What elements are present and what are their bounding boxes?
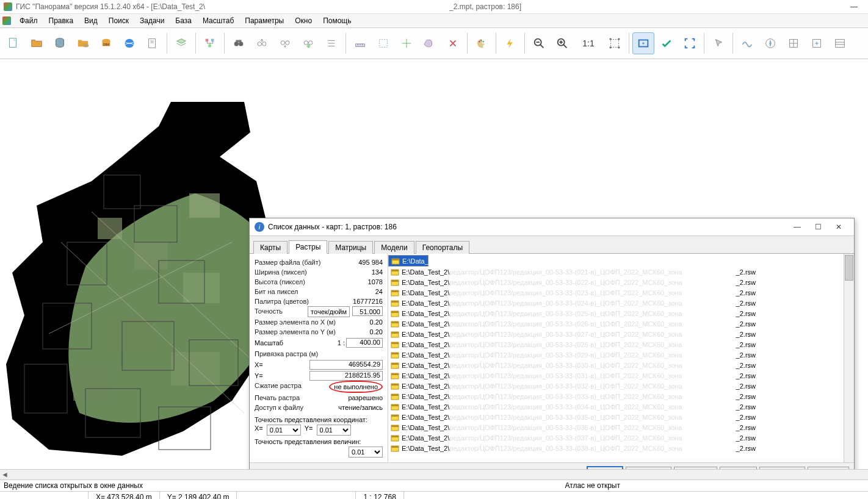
scale-11-icon[interactable]: 1:1: [574, 32, 602, 54]
ruler-icon[interactable]: [349, 32, 371, 54]
svg-point-19: [281, 41, 284, 45]
list-item[interactable]: E:\Data_Test_2\редактор/ЦОФП123/редакция…: [388, 412, 844, 422]
list-item[interactable]: E:\Data_Test_2\редактор/ЦОФП123/редакция…: [388, 287, 844, 298]
bolt-icon[interactable]: [499, 32, 521, 54]
search-a-icon[interactable]: a: [251, 32, 273, 54]
list-item[interactable]: E:\Data_Test_2\редактор/ЦОФП123/редакция…: [388, 277, 844, 287]
corners-icon[interactable]: [679, 32, 701, 54]
dialog-title-bar[interactable]: i Список данных - карт: 1, растров: 186 …: [250, 218, 854, 236]
tab-rasters[interactable]: Растры: [289, 240, 327, 254]
list-item[interactable]: E:\Data_Test_2\редактор/ЦОФП123/редакция…: [388, 422, 844, 433]
db-cyl-icon[interactable]: [49, 32, 71, 54]
svg-rect-102: [391, 353, 399, 354]
list-item[interactable]: E:\Data_Test_2\редактор/ЦОФП123/редакция…: [388, 308, 844, 318]
menu-tasks[interactable]: Задачи: [135, 15, 169, 26]
svg-rect-84: [392, 259, 399, 260]
svg-point-36: [479, 41, 480, 42]
dialog-close-icon[interactable]: ✕: [828, 220, 849, 234]
select-rect-icon[interactable]: [372, 32, 394, 54]
menu-bar: Файл Правка Вид Поиск Задачи База Масшта…: [0, 14, 868, 27]
open-folder-icon[interactable]: [26, 32, 48, 54]
doc-list-icon[interactable]: [142, 32, 164, 54]
raster-file-list[interactable]: E:\Data_Test_2\редактор/ЦОФП123/редакция…: [388, 254, 844, 462]
check-icon[interactable]: [656, 32, 678, 54]
svg-rect-114: [391, 415, 399, 417]
list-item[interactable]: E:\Data_Test_2\редактор/ЦОФП123/редакция…: [388, 339, 844, 350]
list-item[interactable]: E:\Data_Test_2\редактор/ЦОФП123/редакция…: [388, 255, 429, 267]
zoom-out-icon[interactable]: [528, 32, 550, 54]
cancel-icon[interactable]: [442, 32, 464, 54]
menu-view[interactable]: Вид: [79, 15, 103, 26]
export-icon[interactable]: [806, 32, 828, 54]
menu-edit[interactable]: Правка: [44, 15, 79, 26]
menu-file[interactable]: Файл: [15, 15, 43, 26]
list-item[interactable]: E:\Data_Test_2\редактор/ЦОФП123/редакция…: [388, 350, 844, 360]
list-scrollbar[interactable]: [844, 254, 854, 462]
pointer-icon[interactable]: [707, 32, 729, 54]
svg-rect-7: [149, 39, 156, 48]
list-icon[interactable]: [320, 32, 342, 54]
scroll-left-icon[interactable]: ◄: [0, 470, 10, 479]
dialog-footer: Изображение Параметры Выход Добавить Из …: [250, 462, 854, 469]
menu-help[interactable]: Помощь: [318, 15, 356, 26]
list-item[interactable]: E:\Data_Test_2\редактор/ЦОФП123/редакция…: [388, 443, 844, 453]
data-list-dialog: i Список данных - карт: 1, растров: 186 …: [249, 218, 855, 469]
y-precision-select[interactable]: 0.01: [317, 425, 351, 436]
list-item[interactable]: E:\Data_Test_2\редактор/ЦОФП123/редакция…: [388, 267, 844, 277]
menu-window[interactable]: Окно: [290, 15, 317, 26]
list-item[interactable]: E:\Data_Test_2\редактор/ЦОФП123/редакция…: [388, 433, 844, 443]
globe-icon[interactable]: [118, 32, 140, 54]
tab-models[interactable]: Модели: [374, 241, 414, 254]
minimize-icon[interactable]: —: [844, 1, 864, 13]
search-plus-icon[interactable]: ⊕: [297, 32, 319, 54]
list-item[interactable]: E:\Data_Test_2\редактор/ЦОФП123/редакция…: [388, 318, 844, 329]
wave-icon[interactable]: [736, 32, 758, 54]
table-icon[interactable]: [829, 32, 851, 54]
tab-matrices[interactable]: Матрицы: [328, 241, 373, 254]
svg-rect-67: [171, 352, 220, 386]
list-item[interactable]: E:\Data_Test_2\редактор/ЦОФП123/редакция…: [388, 329, 844, 339]
list-item[interactable]: E:\Data_Test_2\редактор/ЦОФП123/редакция…: [388, 298, 844, 308]
svg-rect-66: [110, 315, 153, 352]
list-item[interactable]: E:\Data_Test_2\редактор/ЦОФП123/редакция…: [388, 401, 844, 412]
menu-params[interactable]: Параметры: [240, 15, 289, 26]
menu-scale[interactable]: Масштаб: [198, 15, 239, 26]
dbm-icon[interactable]: DBM: [95, 32, 117, 54]
svg-rect-118: [391, 436, 399, 437]
list-item[interactable]: E:\Data_Test_2\редактор/ЦОФП123/редакция…: [388, 381, 844, 391]
horizontal-scrollbar[interactable]: ◄: [0, 469, 868, 479]
search-down-icon[interactable]: [274, 32, 296, 54]
menu-base[interactable]: База: [170, 15, 197, 26]
menu-search[interactable]: Поиск: [104, 15, 134, 26]
dialog-maximize-icon[interactable]: ☐: [808, 220, 828, 234]
compass-icon[interactable]: [759, 32, 781, 54]
map-canvas-area: i Список данных - карт: 1, растров: 186 …: [0, 59, 868, 469]
scale-field[interactable]: 400.00: [346, 338, 383, 348]
tab-maps[interactable]: Карты: [253, 241, 288, 254]
open-db-icon[interactable]: [72, 32, 94, 54]
extent-icon[interactable]: [604, 32, 626, 54]
binoculars-icon[interactable]: [228, 32, 250, 54]
svg-rect-116: [391, 425, 399, 427]
palette-icon[interactable]: [471, 32, 493, 54]
status-y: Y= 2 189 402.40 m: [160, 492, 237, 499]
y-field[interactable]: 2188215.95: [309, 371, 383, 381]
accuracy-field[interactable]: 51.000: [352, 306, 383, 316]
x-precision-select[interactable]: 0.01: [267, 425, 301, 436]
value-precision-select[interactable]: 0.01: [349, 447, 383, 458]
x-field[interactable]: 469554.29: [309, 360, 383, 370]
blob-icon[interactable]: [419, 32, 441, 54]
svg-rect-98: [391, 332, 399, 334]
new-doc-icon[interactable]: [2, 32, 24, 54]
dialog-minimize-icon[interactable]: —: [787, 220, 808, 234]
layers-icon[interactable]: [170, 32, 192, 54]
tree-icon[interactable]: [199, 32, 221, 54]
crosshair-icon[interactable]: [396, 32, 418, 54]
list-item[interactable]: E:\Data_Test_2\редактор/ЦОФП123/редакция…: [388, 391, 844, 401]
frame-icon[interactable]: [632, 32, 654, 54]
list-item[interactable]: E:\Data_Test_2\редактор/ЦОФП123/редакция…: [388, 370, 844, 381]
tab-geoportals[interactable]: Геопорталы: [416, 241, 469, 254]
zoom-in-icon[interactable]: [551, 32, 573, 54]
grid-map-icon[interactable]: [783, 32, 805, 54]
list-item[interactable]: E:\Data_Test_2\редактор/ЦОФП123/редакция…: [388, 360, 844, 370]
